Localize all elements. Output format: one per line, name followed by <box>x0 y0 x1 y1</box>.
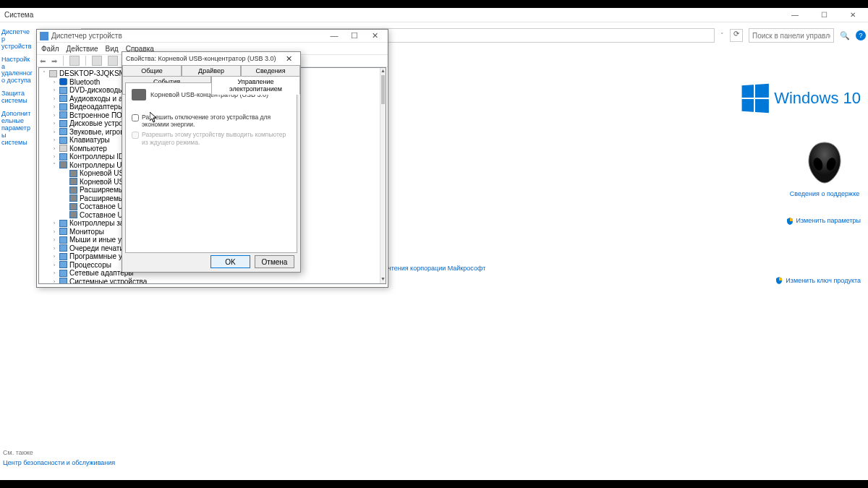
back-icon[interactable]: ⬅ <box>40 57 46 65</box>
expander-icon[interactable]: › <box>51 112 57 119</box>
cancel-button[interactable]: Отмена <box>255 255 294 268</box>
toolbar-button[interactable] <box>108 56 118 66</box>
product-key-link[interactable]: Изменить ключ продукта <box>786 277 861 284</box>
scroll-down-icon[interactable]: ▼ <box>380 276 386 283</box>
expander-icon[interactable]: › <box>51 153 57 160</box>
dropdown-icon[interactable]: ˅ <box>720 32 724 39</box>
toolbar-button[interactable] <box>92 56 102 66</box>
forward-icon[interactable]: ➡ <box>51 57 57 65</box>
device-icon <box>59 120 67 127</box>
alienware-logo-icon <box>806 141 843 184</box>
system-title: Система <box>4 11 33 19</box>
change-params-link[interactable]: Изменить параметры <box>796 218 861 225</box>
tab-driver[interactable]: Драйвер <box>182 65 241 77</box>
expander-icon[interactable]: › <box>51 95 57 102</box>
windows-label: Windows 10 <box>774 89 861 108</box>
minimize-button[interactable]: — <box>784 11 806 19</box>
side-link[interactable]: Настройка удаленного доступа <box>1 56 33 85</box>
expander-icon[interactable]: › <box>51 137 57 143</box>
tab-details[interactable]: Сведения <box>241 65 300 77</box>
device-icon <box>69 203 77 210</box>
device-icon <box>59 111 67 119</box>
refresh-button[interactable]: ⟳ <box>730 29 743 42</box>
support-link[interactable]: Сведения о поддержке <box>788 190 861 197</box>
device-icon <box>59 103 67 111</box>
scroll-thumb[interactable] <box>381 75 385 104</box>
system-titlebar[interactable]: Система — ☐ ✕ <box>0 8 868 22</box>
expander-icon[interactable]: › <box>51 253 57 260</box>
menu-view[interactable]: Вид <box>106 45 119 53</box>
dm-title: Диспетчер устройств <box>51 32 122 40</box>
side-link[interactable]: Дополнительные параметры системы <box>1 111 33 146</box>
expander-icon[interactable]: › <box>51 87 57 93</box>
device-icon <box>59 220 67 227</box>
dm-icon <box>40 32 48 40</box>
prop-titlebar[interactable]: Свойства: Корневой USB-концентратор (USB… <box>122 52 300 65</box>
device-icon <box>59 137 67 144</box>
expander-icon[interactable]: › <box>51 145 57 152</box>
allow-poweroff-checkbox[interactable] <box>132 114 139 121</box>
prop-title-text: Свойства: Корневой USB-концентратор (USB… <box>126 55 276 62</box>
device-icon <box>59 145 67 152</box>
expander-icon[interactable]: › <box>51 228 57 235</box>
expander-icon[interactable]: › <box>51 262 57 268</box>
device-icon <box>59 161 67 168</box>
device-icon <box>69 170 77 177</box>
device-icon <box>59 78 67 85</box>
minimize-button[interactable]: — <box>324 31 344 40</box>
tree-label: Очереди печати <box>69 244 124 253</box>
device-icon <box>69 194 77 202</box>
side-link[interactable]: Защита системы <box>1 90 33 105</box>
help-icon[interactable]: ? <box>856 30 866 40</box>
menu-file[interactable]: Файл <box>41 45 59 53</box>
see-also-link[interactable]: Центр безопасности и обслуживания <box>3 459 115 467</box>
expander-icon[interactable]: › <box>51 220 57 226</box>
properties-dialog: Свойства: Корневой USB-концентратор (USB… <box>122 51 301 273</box>
tree-label: Bluetooth <box>69 78 100 87</box>
search-input[interactable] <box>749 28 834 43</box>
device-icon <box>59 153 67 160</box>
shield-icon <box>786 218 793 225</box>
expander-icon[interactable]: › <box>51 278 57 284</box>
expander-icon[interactable]: › <box>51 245 57 252</box>
see-also-header: См. также <box>3 449 115 456</box>
close-button[interactable]: ✕ <box>281 54 297 64</box>
ok-button[interactable]: OK <box>210 255 250 268</box>
expander-icon[interactable]: › <box>51 120 57 127</box>
maximize-button[interactable]: ☐ <box>813 11 835 19</box>
scrollbar[interactable]: ▲ ▼ <box>380 68 386 283</box>
device-icon <box>59 270 67 277</box>
tree-node[interactable]: ›Системные устройства <box>51 278 384 285</box>
expander-icon[interactable]: › <box>51 270 57 276</box>
tree-label: Процессоры <box>69 261 111 270</box>
expander-icon[interactable]: › <box>51 79 57 85</box>
expander-icon[interactable]: › <box>51 236 57 243</box>
expander-icon[interactable]: › <box>51 129 57 135</box>
maximize-button[interactable]: ☐ <box>344 31 365 40</box>
expander-icon[interactable]: › <box>51 103 57 110</box>
tab-power[interactable]: Управление электропитанием <box>211 76 300 95</box>
tree-label: Компьютер <box>69 145 107 153</box>
side-link[interactable]: Диспетчер устройств <box>1 29 33 51</box>
toolbar-button[interactable] <box>69 56 80 66</box>
see-also: См. также Центр безопасности и обслужива… <box>3 449 115 467</box>
shield-icon <box>775 277 783 284</box>
device-icon <box>59 236 67 244</box>
device-icon <box>59 278 67 284</box>
device-icon <box>59 87 67 94</box>
search-icon[interactable]: 🔍 <box>840 31 850 40</box>
close-button[interactable]: ✕ <box>842 11 864 19</box>
device-icon <box>69 187 77 194</box>
expander-icon[interactable]: ˅ <box>51 162 57 168</box>
close-button[interactable]: ✕ <box>365 31 385 40</box>
expander-icon[interactable]: ˅ <box>41 70 47 77</box>
device-icon <box>59 128 67 135</box>
microsoft-link[interactable]: чтения корпорации Майкрософт <box>388 265 485 272</box>
menu-action[interactable]: Действие <box>67 45 98 53</box>
tree-label: Системные устройства <box>69 278 147 285</box>
system-sidepanel: Диспетчер устройств Настройка удаленного… <box>0 22 35 480</box>
dm-titlebar[interactable]: Диспетчер устройств — ☐ ✕ <box>37 30 388 43</box>
windows-branding: Windows 10 Сведения о поддержке И <box>709 85 861 225</box>
scroll-up-icon[interactable]: ▲ <box>380 68 386 75</box>
tab-general[interactable]: Общие <box>122 65 182 77</box>
